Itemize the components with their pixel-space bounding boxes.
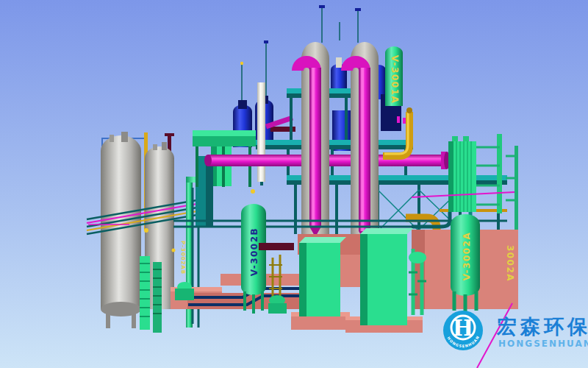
wall-tag: 3002A: [505, 245, 515, 282]
vessel-v3001a: V-3001A: [385, 46, 403, 106]
vessel-v3001a-tag: V-3001A: [390, 55, 400, 105]
vessel-v3002a-tag: V-3002A: [462, 232, 472, 281]
white-pipe: [257, 82, 265, 182]
logo-name-cn: 宏森环保: [496, 315, 588, 338]
green-block-left: [299, 237, 346, 316]
vessel-v3002b: V-3002B: [241, 204, 266, 314]
logo-name-en: HONGSENHUANBAO: [498, 339, 588, 349]
vessel-v3002b-tag: V-3002B: [249, 227, 259, 276]
plant-3d-scene: V-3001A: [0, 0, 588, 368]
logo-monogram: H: [453, 315, 473, 341]
vessel-v3002a: V-3002A: [451, 214, 480, 315]
plant-render: V-3001A: [0, 0, 588, 368]
pump-tag: P-3002AB: [180, 241, 186, 275]
